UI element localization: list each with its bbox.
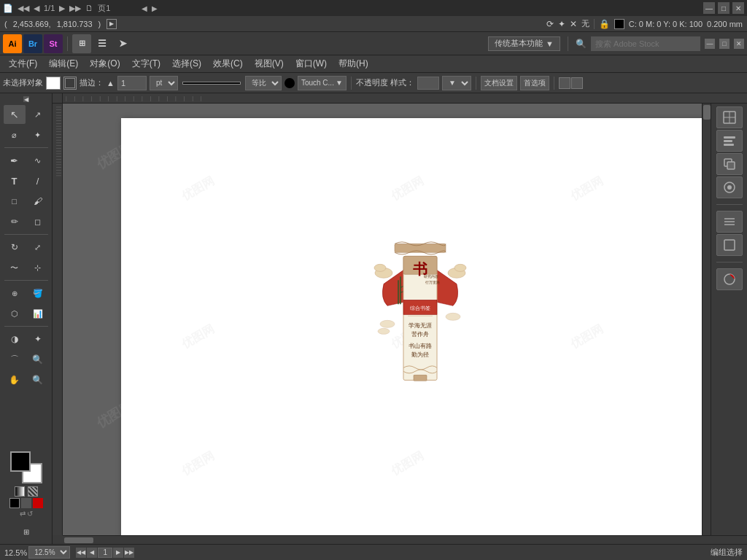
workspace-dropdown[interactable]: 传统基本功能 ▼ [488,36,560,51]
nav-last-btn[interactable]: ▶▶ [124,548,134,558]
align-panel-btn[interactable] [716,130,743,152]
eyedropper-tool[interactable]: ✦ [27,330,49,349]
nav-arrow-left[interactable]: ◀ [142,4,147,12]
search-input[interactable] [591,36,700,51]
h-scroll-thumb[interactable] [64,537,93,543]
v-scrollbar[interactable] [702,104,711,535]
perspective-tool[interactable]: ⬡ [4,304,26,323]
rectangle-tool[interactable]: □ [4,192,26,211]
layers-panel-btn[interactable] [716,211,743,233]
arrange-icon-2[interactable] [571,77,583,89]
stroke-value-input[interactable] [117,76,147,90]
opacity-dropdown[interactable]: ▼ [442,76,471,90]
magnify-tool[interactable]: 🔍 [27,370,49,389]
toolbar-collapse[interactable]: ◀ [23,96,29,102]
doc-settings-btn[interactable]: 文档设置 [481,76,517,90]
none-swatch[interactable] [28,486,38,497]
br-icon[interactable]: Br [23,34,42,53]
screen-mode-btn[interactable]: ⊞ [15,522,37,541]
hand-tool[interactable]: ✋ [4,370,26,389]
send-icon[interactable]: ➤ [113,34,132,53]
curvature-tool[interactable]: ∿ [27,151,49,170]
line-segment-tool[interactable]: / [27,171,49,190]
nav-first[interactable]: ◀◀ [18,4,29,13]
menu-help[interactable]: 帮助(H) [333,55,374,73]
nav-first-btn[interactable]: ◀◀ [76,548,86,558]
nav-next-btn[interactable]: ▶ [113,548,123,558]
svg-rect-26 [724,136,735,139]
window-maximize-btn[interactable]: □ [719,39,729,49]
appearance-panel-btn[interactable] [716,176,743,198]
close-button[interactable]: ✕ [732,2,744,14]
grid-icon[interactable]: ⊞ [72,34,91,53]
gradient-tool[interactable]: ◑ [4,330,26,349]
menu-select[interactable]: 选择(S) [166,55,207,73]
menu-window[interactable]: 窗口(W) [290,55,333,73]
menu-text[interactable]: 文字(T) [126,55,166,73]
fill-color-preview[interactable] [46,77,61,90]
artboard-panel-btn[interactable] [716,234,743,256]
paintbrush-tool[interactable]: 🖌 [27,192,49,211]
touch-dropdown[interactable]: Touch C... ▼ [298,76,347,90]
color-mode-red[interactable] [33,498,43,508]
gradient-swatch[interactable] [15,486,25,497]
menu-object[interactable]: 对象(O) [84,55,125,73]
live-paint-tool[interactable]: 🪣 [27,284,49,303]
select-tool[interactable]: ↖ [4,105,26,124]
color-mode-normal[interactable] [9,498,20,508]
svg-rect-27 [724,140,732,142]
foreground-color[interactable] [10,451,31,472]
zoom-dropdown[interactable]: 12.5% 25% 50% 100% [28,546,70,559]
nav-prev[interactable]: ◀ [34,4,39,13]
reset-icon[interactable]: ↺ [27,510,33,518]
shape-builder-tool[interactable]: ⊕ [4,284,26,303]
nav-next[interactable]: ▶ [59,4,65,13]
arrange-icon-1[interactable] [559,77,570,89]
stroke-unit-select[interactable]: pt [150,76,178,90]
rotate-tool[interactable]: ↻ [4,238,26,257]
maximize-button[interactable]: □ [718,2,729,14]
chart-tool[interactable]: 📊 [27,304,49,323]
select-tools-row: ↖ ↗ [4,105,49,124]
color-mode-screen[interactable] [21,498,31,508]
nav-arrow-right[interactable]: ▶ [152,4,158,12]
nav-last[interactable]: ▶▶ [69,4,81,13]
warp-tool[interactable]: 〜 [4,258,26,277]
stroke-preview-box[interactable] [65,78,75,88]
arrange-icon[interactable]: ☰ [93,34,112,53]
window-minimize-btn[interactable]: — [705,39,715,49]
type-tool[interactable]: T [4,171,26,190]
preferences-btn[interactable]: 首选项 [520,76,549,90]
menu-file[interactable]: 文件(F) [3,55,43,73]
page-input[interactable] [98,548,112,558]
lasso-tool[interactable]: ⌀ [4,125,26,144]
stroke-type-select[interactable]: 等比 [245,76,282,90]
window-close-btn[interactable]: ✕ [734,39,744,49]
menu-effect[interactable]: 效果(C) [207,55,249,73]
swap-icon[interactable]: ⇄ [20,510,26,518]
scale-tool[interactable]: ⤢ [27,238,49,257]
direct-select-tool[interactable]: ↗ [27,105,49,124]
zoom-tool[interactable]: 🔍 [27,350,49,369]
h-scrollbar[interactable] [63,535,747,544]
free-transform-tool[interactable]: ⊹ [27,258,49,277]
svg-text:苦作舟: 苦作舟 [411,331,429,338]
blend-tool[interactable]: ⌒ [4,350,26,369]
canvas-inner[interactable]: 优图网 优图网 优图网 优图网 优图网 优图网 优图网 优图网 优图网 优图网 … [63,104,711,535]
menu-view[interactable]: 视图(V) [249,55,290,73]
pencil-tool[interactable]: ✏ [4,212,26,231]
nav-prev-btn[interactable]: ◀ [87,548,97,558]
menu-edit[interactable]: 编辑(E) [43,55,84,73]
ai-icon[interactable]: Ai [3,34,22,53]
color-panel-btn[interactable] [716,268,743,290]
minimize-button[interactable]: — [703,2,715,14]
v-scroll-thumb[interactable] [703,105,711,120]
pathfinder-panel-btn[interactable] [716,153,743,175]
magic-wand-tool[interactable]: ✦ [27,125,49,144]
pen-tool[interactable]: ✒ [4,151,26,170]
transform-panel-btn[interactable] [716,106,743,128]
coord-navigate-icon[interactable]: ▶ [107,19,117,29]
st-icon[interactable]: St [44,34,63,53]
fg-bg-color-selector[interactable] [10,451,42,483]
eraser-tool[interactable]: ◻ [27,212,49,231]
